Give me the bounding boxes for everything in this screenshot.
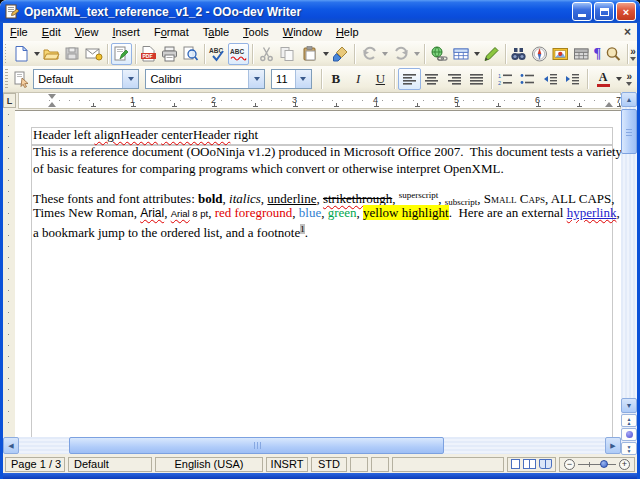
font-size-select[interactable]: 11 (271, 69, 312, 89)
toolbar-grip[interactable] (5, 69, 8, 89)
document-text[interactable]: Header left alignHeader centerHeader rig… (33, 127, 621, 238)
chevron-down-icon[interactable] (295, 70, 311, 88)
decrease-indent-button[interactable] (539, 68, 561, 90)
right-indent-marker[interactable] (605, 102, 613, 107)
paste-button[interactable] (298, 43, 330, 65)
scroll-down-button[interactable]: ▼ (621, 398, 637, 413)
undo-button[interactable] (357, 43, 389, 65)
menu-item-edit[interactable]: Edit (35, 24, 68, 40)
copy-button[interactable] (277, 43, 298, 65)
bold-button[interactable]: B (325, 68, 347, 90)
zoom-slider-handle[interactable] (600, 460, 608, 468)
multi-page-view-button[interactable] (523, 459, 536, 469)
auto-spellcheck-button[interactable]: ABC (228, 43, 249, 65)
horizontal-scrollbar[interactable]: ◀ ▶ (3, 437, 621, 454)
format-paintbrush-button[interactable] (330, 43, 351, 65)
horizontal-ruler[interactable]: 1234567 (18, 92, 621, 109)
navigator-button[interactable] (529, 43, 550, 65)
zoom-in-button[interactable]: + (619, 459, 630, 470)
align-center-button[interactable] (421, 68, 443, 90)
navigation-button[interactable] (621, 428, 637, 441)
status-selection-mode[interactable]: STD (311, 457, 347, 472)
first-line-indent-marker[interactable] (48, 94, 56, 99)
scroll-up-button[interactable]: ▲ (621, 92, 637, 107)
maximize-button[interactable] (594, 2, 614, 21)
increase-indent-button[interactable] (561, 68, 583, 90)
toolbar-overflow-button[interactable]: » (630, 47, 636, 61)
vertical-ruler[interactable] (3, 110, 15, 437)
menu-item-file[interactable]: File (3, 24, 35, 40)
draw-functions-button[interactable] (481, 43, 502, 65)
status-language[interactable]: English (USA) (155, 457, 263, 472)
menu-item-format[interactable]: Format (147, 24, 196, 40)
status-insert-mode[interactable]: INSRT (266, 457, 308, 472)
single-page-view-button[interactable] (511, 459, 520, 469)
scroll-left-button[interactable]: ◀ (3, 437, 19, 454)
status-page-number[interactable]: Page 1 / 3 (5, 457, 65, 472)
new-document-button[interactable] (9, 43, 41, 65)
data-sources-button[interactable] (571, 43, 592, 65)
menu-item-help[interactable]: Help (329, 24, 366, 40)
status-page-style[interactable]: Default (68, 457, 152, 472)
italic-button[interactable]: I (347, 68, 369, 90)
chevron-down-icon[interactable] (248, 70, 264, 88)
left-indent-marker[interactable] (48, 102, 56, 107)
chevron-down-icon[interactable] (122, 70, 138, 88)
styles-and-formatting-button[interactable] (11, 68, 33, 90)
redo-button[interactable] (389, 43, 421, 65)
horizontal-scroll-thumb[interactable] (69, 437, 444, 454)
document-line[interactable]: Times New Roman, Arial, Arial 8 pt, red … (33, 204, 621, 221)
justify-button[interactable] (465, 68, 487, 90)
close-document-icon[interactable]: × (624, 25, 631, 39)
font-color-button[interactable]: A (591, 68, 623, 90)
cut-button[interactable] (256, 43, 277, 65)
vertical-scroll-track[interactable] (621, 107, 637, 398)
underline-button[interactable]: U (369, 68, 391, 90)
toolbar-grip[interactable] (5, 44, 6, 64)
zoom-out-button[interactable]: − (564, 459, 575, 470)
document-line[interactable]: a bookmark jump to the ordered list, and… (33, 221, 621, 238)
document-page[interactable]: Header left alignHeader centerHeader rig… (15, 110, 621, 438)
tab-stop-selector[interactable]: L (3, 93, 16, 108)
vertical-scrollbar[interactable]: ▲ ▼ ▲▲ ▼▼ (621, 92, 637, 455)
previous-page-button[interactable]: ▲▲ (621, 414, 637, 427)
status-hyperlink-mode[interactable] (350, 457, 368, 472)
menu-item-window[interactable]: Window (276, 24, 329, 40)
zoom-button[interactable] (603, 43, 624, 65)
minimize-button[interactable] (572, 2, 592, 21)
menu-item-view[interactable]: View (68, 24, 106, 40)
page-preview-button[interactable] (180, 43, 201, 65)
menu-item-table[interactable]: Table (196, 24, 236, 40)
vertical-scroll-thumb[interactable] (621, 109, 637, 154)
document-line[interactable]: This is a reference document (OOoNinja v… (33, 143, 621, 160)
scroll-right-button[interactable]: ▶ (605, 437, 621, 454)
hyperlink-button[interactable] (428, 43, 449, 65)
menu-item-tools[interactable]: Tools (236, 24, 276, 40)
gallery-button[interactable] (550, 43, 571, 65)
open-button[interactable] (41, 43, 62, 65)
find-replace-button[interactable] (508, 43, 529, 65)
spellcheck-button[interactable]: ABC (207, 43, 228, 65)
print-button[interactable] (159, 43, 180, 65)
toolbar-overflow-button[interactable]: » (623, 72, 637, 86)
title-bar[interactable]: OpenXML_text_reference_v1_2 - OOo-dev Wr… (0, 0, 640, 23)
horizontal-scroll-track[interactable] (19, 437, 605, 454)
insert-table-button[interactable] (449, 43, 481, 65)
nonprinting-characters-button[interactable]: ¶ (592, 43, 603, 65)
menu-item-insert[interactable]: Insert (105, 24, 147, 40)
align-right-button[interactable] (443, 68, 465, 90)
zoom-slider-track[interactable] (578, 464, 616, 465)
align-left-button[interactable] (398, 68, 420, 90)
numbered-list-button[interactable]: 12 (494, 68, 516, 90)
status-modified-flag[interactable] (371, 457, 389, 472)
document-line[interactable]: of basic features for comparing programs… (33, 160, 621, 177)
paragraph-style-select[interactable]: Default (33, 69, 139, 89)
email-button[interactable] (83, 43, 104, 65)
close-button[interactable]: × (616, 2, 636, 21)
document-header-line[interactable]: Header left alignHeader centerHeader rig… (33, 127, 621, 143)
next-page-button[interactable]: ▼▼ (621, 442, 637, 455)
book-view-button[interactable] (539, 459, 552, 469)
document-line[interactable]: These fonts and font attributes: bold, i… (33, 187, 621, 204)
document-line[interactable] (33, 177, 621, 187)
font-name-select[interactable]: Calibri (145, 69, 265, 89)
